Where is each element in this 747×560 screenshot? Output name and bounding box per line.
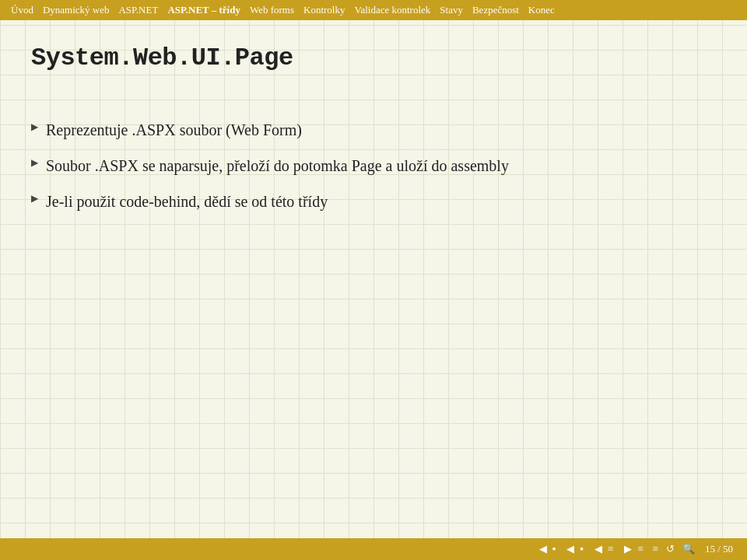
bullet-text-3: Je-li použit code-behind, dědí se od tét…: [46, 191, 328, 212]
nav-search-icon[interactable]: 🔍: [680, 543, 697, 555]
nav-item-aspnet-tridy[interactable]: ASP.NET – třídy: [163, 3, 245, 17]
nav-first-group: ◀ ▪: [537, 543, 559, 555]
nav-sect-next-icon: ≡: [635, 543, 645, 555]
nav-sect-prev[interactable]: ◀: [592, 543, 605, 555]
nav-menu-icon[interactable]: ≡: [651, 543, 661, 555]
nav-item-bezpecnost[interactable]: Bezpečnost: [468, 3, 524, 17]
nav-prev-icon: ▪: [577, 543, 586, 555]
nav-bar: Úvod Dynamický web ASP.NET ASP.NET – tří…: [0, 0, 747, 20]
bullet-arrow-icon: [31, 192, 38, 205]
page-indicator: 15 / 50: [705, 543, 733, 555]
nav-first-icon: ▪: [550, 543, 559, 555]
list-item: Reprezentuje .ASPX soubor (Web Form): [31, 119, 716, 141]
main-content: System.Web.UI.Page Reprezentuje .ASPX so…: [0, 20, 747, 228]
nav-first-button[interactable]: ◀: [537, 543, 549, 555]
list-item: Je-li použit code-behind, dědí se od tét…: [31, 191, 716, 212]
bullet-text-1: Reprezentuje .ASPX soubor (Web Form): [46, 119, 302, 141]
nav-sect-prev-icon: ≡: [605, 543, 615, 555]
nav-item-stavy[interactable]: Stavy: [435, 3, 468, 17]
nav-item-dynamicky[interactable]: Dynamický web: [38, 3, 114, 17]
nav-item-aspnet[interactable]: ASP.NET: [114, 3, 163, 17]
nav-controls: ◀ ▪ ◀ ▪ ◀ ≡ ▶ ≡ ≡ ↺ 🔍 15 / 50: [535, 543, 738, 555]
bottom-bar: ◀ ▪ ◀ ▪ ◀ ≡ ▶ ≡ ≡ ↺ 🔍 15 / 50: [0, 538, 747, 560]
nav-item-validace[interactable]: Validace kontrolek: [349, 3, 435, 17]
nav-item-webforms[interactable]: Web forms: [245, 3, 299, 17]
nav-refresh-icon[interactable]: ↺: [664, 543, 677, 555]
nav-prev-group: ◀ ▪: [564, 543, 586, 555]
list-item: Soubor .ASPX se naparsuje, přeloží do po…: [31, 155, 716, 177]
bullet-arrow-icon: [31, 156, 38, 169]
nav-item-uvod[interactable]: Úvod: [6, 3, 38, 17]
nav-item-kontrolky[interactable]: Kontrolky: [299, 3, 349, 17]
nav-sect-prev-group: ◀ ≡: [592, 543, 615, 555]
nav-sect-next-group: ▶ ≡: [622, 543, 645, 555]
bullet-text-2: Soubor .ASPX se naparsuje, přeloží do po…: [46, 155, 509, 177]
nav-prev-button[interactable]: ◀: [564, 543, 577, 555]
page-title: System.Web.UI.Page: [31, 44, 716, 72]
nav-item-konec[interactable]: Konec: [524, 3, 559, 17]
nav-sect-next[interactable]: ▶: [622, 543, 634, 555]
bullet-arrow-icon: [31, 121, 38, 133]
bullet-list: Reprezentuje .ASPX soubor (Web Form) Sou…: [31, 119, 716, 212]
